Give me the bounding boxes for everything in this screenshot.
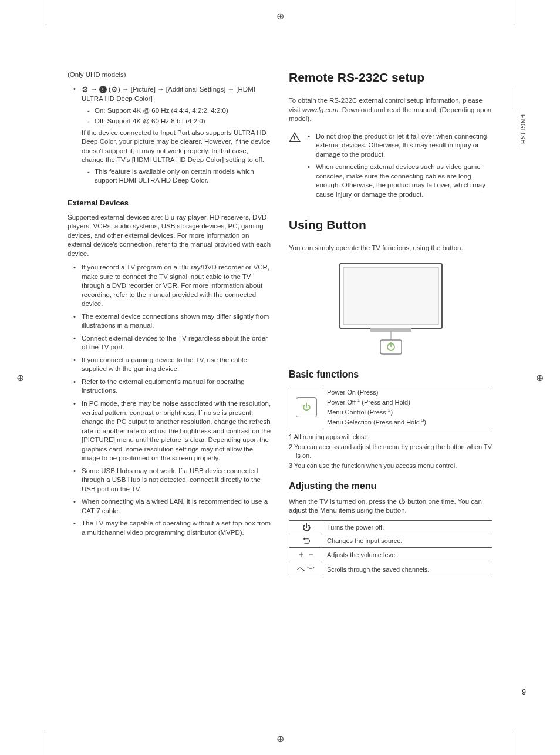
menu-table: ⏻ Turns the power off. ⮌ Changes the inp… [289,520,492,577]
warning-triangle-icon: ! [289,132,301,142]
basic-functions-table: ⏻ Power On (Press) Power Off 1 (Press an… [289,386,492,430]
crop-mark [514,0,514,25]
menu-desc: Scrolls through the saved channels. [323,562,492,577]
using-button-title: Using Button [289,218,492,232]
ext-bullet: When connecting via a wired LAN, it is r… [76,497,271,515]
ext-bullet: Refer to the external equipment's manual… [76,378,271,396]
external-devices-intro: Supported external devices are: Blu-ray … [68,213,271,259]
bf-text: Power Off [327,399,357,406]
ext-bullet: The TV may be capable of operating witho… [76,519,271,537]
svg-rect-2 [370,328,411,332]
warning-icon-container: ! [289,132,302,208]
warning-item: When connecting external devices such as… [310,163,492,199]
warning-item: Do not drop the product or let it fall o… [310,132,492,160]
arrow: → [90,85,97,92]
gear-icon: ⚙ [111,85,118,95]
rs232c-title: Remote RS-232C setup [289,70,492,85]
crop-mark [46,730,46,755]
menu-row: ＋ － Adjusts the volume level. [289,547,492,562]
rs232c-intro: To obtain the RS-232C external control s… [289,96,492,124]
bf-text: ) [390,409,393,416]
left-column: (Only UHD models) ⚙ → ⋮ (⚙) → [Picture] … [68,70,271,577]
channel-scroll-icon: ヘ ﹀ [289,562,323,577]
bf-power-off: Power Off 1 (Press and Hold) [327,397,488,407]
basic-functions-title: Basic functions [289,369,492,380]
crop-mark [46,0,46,25]
adj-intro-a: When the TV is turned on, press the [289,498,399,505]
page-number: 9 [522,688,526,696]
ext-bullet: If you connect a gaming device to the TV… [76,356,271,374]
arrow: → [122,85,129,92]
menu-desc: Changes the input source. [323,534,492,547]
page-content: (Only UHD models) ⚙ → ⋮ (⚙) → [Picture] … [68,70,492,577]
svg-rect-1 [343,267,438,325]
uhd-menu-path-list: ⚙ → ⋮ (⚙) → [Picture] → [Additional Sett… [68,85,271,186]
menu-desc: Turns the power off. [323,520,492,534]
ext-bullet: In PC mode, there may be noise associate… [76,399,271,463]
warning-block: ! Do not drop the product or let it fall… [289,132,492,208]
power-off-icon: ⏻ [289,520,323,534]
footnote: 1 All running apps will close. [289,433,492,441]
ext-bullet: Connect external devices to the TV regar… [76,334,271,352]
volume-icon: ＋ － [289,547,323,562]
ext-bullet: Some USB Hubs may not work. If a USB dev… [76,467,271,494]
input-source-icon: ⮌ [289,534,323,547]
uhd-feature-note: This feature is available only on certai… [89,167,271,186]
power-button-icon-cell: ⏻ [289,386,323,429]
crop-mark [514,730,514,755]
registration-mark-bottom-icon: ⊕ [276,733,284,744]
menu-row: ヘ ﹀ Scrolls through the saved channels. [289,562,492,577]
menu-row: ⏻ Turns the power off. [289,520,492,534]
power-inline-icon: ⏻ [399,498,406,505]
gear-icon: ⚙ [82,85,89,95]
uhd-option-off: Off: Support 4K @ 60 Hz 8 bit (4:2:0) [89,117,271,126]
basic-functions-cell: Power On (Press) Power Off 1 (Press and … [323,386,492,429]
rs232c-url: www.lg.com [302,106,338,113]
using-button-intro: You can simply operate the TV functions,… [289,244,492,253]
footnotes: 1 All running apps will close. 2 You can… [289,433,492,470]
registration-mark-right-icon: ⊕ [536,372,544,383]
language-tab: ENGLISH [517,112,526,147]
right-column: Remote RS-232C setup To obtain the RS-23… [289,70,492,577]
registration-mark-left-icon: ⊕ [16,372,24,383]
bf-power-on: Power On (Press) [327,388,488,397]
uhd-menu-path-item: ⚙ → ⋮ (⚙) → [Picture] → [Additional Sett… [76,85,271,186]
uhd-options-list: On: Support 4K @ 60 Hz (4:4:4, 4:2:2, 4:… [82,106,271,126]
arrow: → [228,85,235,92]
external-devices-bullets: If you record a TV program on a Blu-ray/… [68,263,271,537]
menu-row: ⮌ Changes the input source. [289,534,492,547]
ext-bullet: The external device connections shown ma… [76,312,271,331]
menu-additional: [Additional Settings] [166,85,226,92]
warning-list: Do not drop the product or let it fall o… [308,132,492,203]
footnote: 2 You can access and adjust the menu by … [289,443,492,460]
bf-menu-selection: Menu Selection (Press and Hold 3) [327,417,488,427]
arrow: → [157,85,164,92]
tv-illustration [329,259,453,359]
uhd-models-note: (Only UHD models) [68,70,271,80]
registration-mark-top-icon: ⊕ [276,11,284,22]
external-devices-heading: External Devices [68,198,271,207]
bf-text: (Press and Hold) [360,399,410,406]
footnote: 3 You can use the function when you acce… [289,461,492,470]
bf-text: Menu Selection (Press and Hold [327,419,421,426]
bf-menu-control: Menu Control (Press 2) [327,407,488,417]
menu-desc: Adjusts the volume level. [323,547,492,562]
uhd-description: If the device connected to Input Port al… [82,129,271,164]
ext-bullet: If you record a TV program on a Blu-ray/… [76,263,271,309]
bf-text: ) [424,419,426,426]
adjusting-menu-title: Adjusting the menu [289,481,492,491]
adjusting-menu-intro: When the TV is turned on, press the ⏻ bu… [289,497,492,515]
menu-picture: [Picture] [131,85,156,92]
uhd-feature-note-list: This feature is available only on certai… [82,167,271,186]
power-icon: ⏻ [296,397,317,417]
uhd-option-on: On: Support 4K @ 60 Hz (4:4:4, 4:2:2, 4:… [89,106,271,116]
bf-text: Menu Control (Press [327,409,388,416]
more-dots-icon: ⋮ [99,86,107,93]
